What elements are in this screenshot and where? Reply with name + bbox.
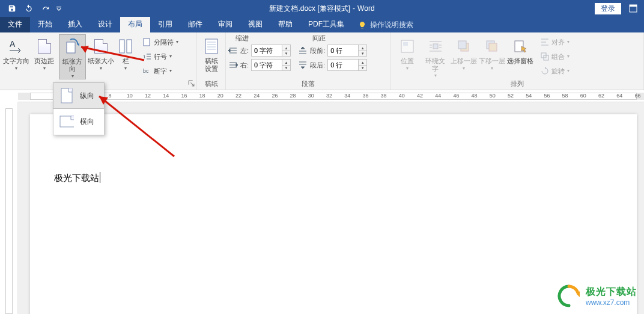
paragraph-group-label: 段落: [226, 79, 390, 90]
tab-pdf-tools[interactable]: PDF工具集: [300, 17, 352, 32]
save-icon: [8, 4, 16, 13]
manuscript-settings-button[interactable]: 稿纸 设置: [199, 34, 223, 79]
send-backward-button[interactable]: 下移一层▾: [478, 34, 505, 79]
ruler-tick: 64: [616, 93, 622, 99]
dialog-launcher-icon[interactable]: [188, 80, 195, 87]
arrange-group-label: 排列: [391, 79, 643, 90]
svg-rect-12: [403, 42, 408, 46]
indent-left-icon: [228, 46, 238, 55]
chevron-down-icon: ▾: [100, 66, 102, 71]
chevron-down-icon: ▾: [176, 39, 178, 45]
spin-up-button[interactable]: ▲: [358, 45, 366, 51]
ruler-tick: 18: [199, 93, 205, 99]
ruler-tick: 26: [272, 93, 278, 99]
quick-access-toolbar: [0, 0, 64, 17]
spin-up-button[interactable]: ▲: [282, 60, 290, 65]
svg-rect-1: [630, 5, 637, 7]
svg-marker-21: [545, 67, 547, 69]
ruler-tick: 34: [344, 93, 350, 99]
text-direction-icon: A: [8, 38, 24, 54]
group-objects-button[interactable]: 组合 ▾: [538, 50, 572, 63]
login-button[interactable]: 登录: [595, 3, 621, 14]
spacing-before-spinner[interactable]: ▲▼: [327, 45, 367, 57]
position-button[interactable]: 位置▾: [393, 34, 421, 79]
redo-button[interactable]: [37, 0, 54, 17]
tab-layout[interactable]: 布局: [120, 17, 150, 32]
annotation-arrow-1: [72, 42, 150, 66]
spin-down-button[interactable]: ▼: [358, 65, 366, 70]
tab-mailings[interactable]: 邮件: [180, 17, 210, 32]
undo-button[interactable]: [20, 0, 37, 17]
document-body-text[interactable]: 极光下载站: [54, 172, 100, 184]
spin-down-button[interactable]: ▼: [282, 51, 290, 56]
text-cursor: [100, 172, 100, 183]
indent-left-spinner[interactable]: ▲▼: [251, 45, 291, 57]
bring-forward-button[interactable]: 上移一层▾: [450, 34, 477, 79]
chevron-down-icon: ▾: [169, 54, 172, 59]
tab-home[interactable]: 开始: [30, 17, 60, 32]
tab-help[interactable]: 帮助: [270, 17, 300, 32]
svg-rect-13: [433, 44, 438, 49]
wrap-text-button[interactable]: 环绕文 字▾: [422, 34, 449, 79]
lightbulb-icon: [358, 21, 366, 29]
bring-forward-icon: [457, 39, 471, 54]
spacing-after-input[interactable]: [328, 61, 358, 69]
qat-customize-button[interactable]: [54, 0, 64, 17]
selection-pane-button[interactable]: 选择窗格: [506, 34, 533, 79]
tab-design[interactable]: 设计: [90, 17, 120, 32]
indent-right-spinner[interactable]: ▲▼: [251, 59, 291, 71]
ruler-tick: 50: [490, 93, 496, 99]
tab-references[interactable]: 引用: [150, 17, 180, 32]
document-title: 新建文档.docx [兼容模式]: [269, 4, 350, 14]
indent-left-label: 左:: [240, 46, 249, 55]
indent-left-input[interactable]: [252, 46, 282, 55]
save-button[interactable]: [4, 0, 20, 17]
indent-right-icon: [228, 61, 238, 69]
align-icon: [541, 38, 549, 46]
tab-view[interactable]: 视图: [240, 17, 270, 32]
tab-review[interactable]: 审阅: [210, 17, 240, 32]
tell-me-search[interactable]: 操作说明搜索: [352, 17, 419, 32]
ruler-tick: 22: [235, 93, 242, 99]
spin-down-button[interactable]: ▼: [358, 51, 366, 56]
chevron-down-icon: ▾: [15, 66, 17, 71]
ruler-tick: 20: [217, 93, 223, 99]
spacing-after-label: 段后:: [310, 61, 325, 70]
indent-right-label: 右:: [240, 61, 249, 70]
spacing-after-spinner[interactable]: ▲▼: [327, 59, 367, 71]
watermark-title: 极光下载站: [586, 286, 637, 298]
redo-icon: [41, 4, 50, 13]
ruler-tick: 60: [580, 93, 586, 99]
annotation-arrow-2: [90, 90, 186, 162]
chevron-down-icon: ▾: [406, 66, 409, 71]
tab-file[interactable]: 文件: [0, 17, 30, 32]
align-button[interactable]: 对齐 ▾: [538, 35, 572, 49]
spacing-before-input[interactable]: [328, 46, 358, 55]
chevron-down-icon: ▾: [71, 73, 74, 79]
spin-down-button[interactable]: ▼: [282, 65, 290, 70]
title-bar: 新建文档.docx [兼容模式] - Word 登录: [0, 0, 644, 17]
hyphenation-button[interactable]: bc 断字 ▾: [141, 64, 181, 78]
spin-up-button[interactable]: ▲: [282, 45, 290, 51]
indent-header: 缩进: [235, 34, 249, 43]
vertical-ruler[interactable]: [0, 102, 18, 314]
portrait-page-icon: [61, 88, 73, 103]
rotate-button[interactable]: 旋转 ▾: [538, 64, 572, 78]
margins-button[interactable]: 页边距 ▾: [31, 34, 58, 79]
margins-icon: [38, 39, 51, 54]
svg-line-28: [99, 96, 174, 156]
indent-right-input[interactable]: [252, 61, 282, 69]
chevron-down-icon: ▾: [124, 66, 127, 71]
ribbon-display-options[interactable]: [627, 2, 639, 14]
rotate-icon: [541, 67, 549, 75]
ribbon-tabs: 文件 开始 插入 设计 布局 引用 邮件 审阅 视图 帮助 PDF工具集 操作说…: [0, 17, 644, 32]
chevron-down-icon: ▾: [567, 68, 570, 73]
spin-up-button[interactable]: ▲: [358, 60, 366, 65]
tab-insert[interactable]: 插入: [60, 17, 90, 32]
text-direction-button[interactable]: A 文字方向 ▾: [2, 34, 29, 79]
chevron-down-icon: ▾: [567, 39, 570, 45]
ruler-tick: 36: [362, 93, 368, 99]
ruler-tick: 56: [544, 93, 550, 99]
watermark-url: www.xz7.com: [586, 298, 637, 307]
svg-marker-27: [81, 46, 89, 53]
